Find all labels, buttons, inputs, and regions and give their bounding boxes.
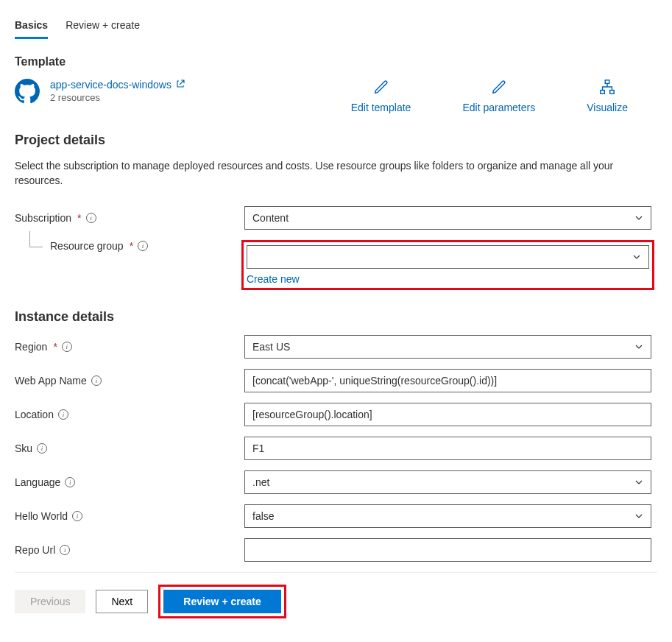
sku-label: Sku: [15, 442, 32, 454]
review-create-button[interactable]: Review + create: [163, 590, 280, 613]
template-resource-count: 2 resources: [50, 92, 185, 103]
project-details-desc: Select the subscription to manage deploy…: [15, 158, 626, 188]
region-label: Region: [15, 341, 47, 353]
repo-url-row: Repo Url i: [15, 538, 657, 562]
info-icon[interactable]: i: [91, 375, 102, 386]
repo-url-input[interactable]: [244, 538, 651, 562]
info-icon[interactable]: i: [65, 477, 75, 487]
hello-world-label: Hello World: [15, 510, 68, 522]
info-icon[interactable]: i: [138, 241, 148, 251]
template-link[interactable]: app-service-docs-windows: [50, 79, 185, 91]
template-row: app-service-docs-windows 2 resources Edi…: [15, 79, 657, 113]
location-input[interactable]: [244, 403, 651, 426]
review-create-highlight: Review + create: [158, 585, 286, 618]
subscription-row: Subscription * i Content: [15, 206, 657, 230]
template-heading: Template: [15, 55, 657, 68]
repo-url-label: Repo Url: [15, 544, 55, 556]
create-new-link[interactable]: Create new: [247, 273, 300, 285]
github-icon: [15, 79, 40, 106]
project-details-heading: Project details: [15, 133, 657, 148]
svg-rect-2: [610, 91, 615, 94]
region-select[interactable]: East US: [244, 335, 651, 359]
next-button[interactable]: Next: [96, 590, 148, 613]
edit-parameters-label: Edit parameters: [462, 102, 535, 113]
hello-world-row: Hello World i false: [15, 504, 657, 528]
pencil-icon: [373, 79, 389, 97]
hello-world-select[interactable]: false: [244, 504, 651, 528]
subscription-select[interactable]: Content: [244, 206, 651, 230]
webapp-row: Web App Name i: [15, 369, 657, 392]
location-label: Location: [15, 409, 54, 420]
region-row: Region * i East US: [15, 335, 657, 359]
language-label: Language: [15, 476, 60, 488]
template-link-text: app-service-docs-windows: [50, 79, 171, 91]
tab-basics[interactable]: Basics: [15, 15, 48, 39]
webapp-label: Web App Name: [15, 375, 87, 387]
sku-row: Sku i: [15, 437, 657, 460]
info-icon[interactable]: i: [86, 213, 96, 223]
webapp-input[interactable]: [244, 369, 651, 392]
required-indicator: *: [53, 341, 57, 353]
tab-review-create[interactable]: Review + create: [66, 15, 140, 39]
svg-rect-1: [601, 91, 605, 94]
edit-parameters-button[interactable]: Edit parameters: [462, 79, 535, 113]
edit-template-button[interactable]: Edit template: [351, 79, 411, 113]
footer-bar: Previous Next Review + create: [15, 572, 657, 630]
resource-group-label: Resource group: [50, 240, 124, 252]
instance-details-heading: Instance details: [15, 309, 657, 325]
hierarchy-icon: [599, 79, 615, 97]
info-icon[interactable]: i: [60, 545, 70, 555]
info-icon[interactable]: i: [62, 342, 72, 352]
required-indicator: *: [130, 240, 133, 252]
resource-group-highlight: Create new: [241, 240, 654, 290]
tab-bar: Basics Review + create: [15, 15, 657, 39]
previous-button: Previous: [15, 590, 85, 613]
location-row: Location i: [15, 403, 657, 426]
pencil-icon: [491, 79, 507, 97]
language-row: Language i .net: [15, 470, 657, 494]
info-icon[interactable]: i: [37, 443, 47, 454]
tree-connector: [29, 231, 43, 247]
resource-group-row: Resource group * i Create new: [15, 240, 657, 290]
info-icon[interactable]: i: [72, 511, 82, 521]
visualize-button[interactable]: Visualize: [587, 79, 628, 113]
external-link-icon: [176, 80, 185, 90]
subscription-label: Subscription: [15, 212, 71, 224]
visualize-label: Visualize: [587, 102, 628, 113]
svg-rect-0: [605, 80, 609, 84]
resource-group-select[interactable]: [247, 245, 649, 269]
required-indicator: *: [77, 212, 81, 224]
language-select[interactable]: .net: [244, 470, 651, 494]
edit-template-label: Edit template: [351, 102, 411, 113]
info-icon[interactable]: i: [58, 409, 68, 420]
sku-input[interactable]: [244, 437, 651, 460]
